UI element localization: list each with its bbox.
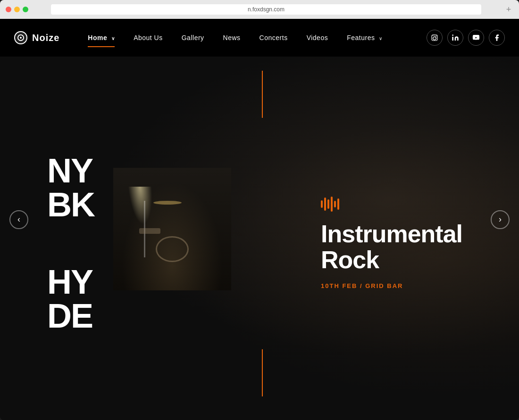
chevron-down-icon: ∨ — [111, 36, 115, 41]
cymbal-visual — [153, 201, 182, 205]
spotlight-visual — [128, 187, 155, 224]
address-bar[interactable]: n.foxdsgn.com — [51, 4, 481, 15]
nav-links: Home ∨ About Us Gallery News Concerts Vi… — [78, 29, 427, 46]
nav-item-gallery[interactable]: Gallery — [172, 29, 214, 46]
nav-item-about[interactable]: About Us — [124, 29, 172, 46]
wave-bar-1 — [321, 200, 323, 208]
chevron-down-icon-features: ∨ — [379, 36, 383, 41]
wave-bar-4 — [331, 197, 333, 212]
drum-stage — [130, 187, 215, 272]
browser-chrome: n.foxdsgn.com + — [0, 0, 519, 19]
new-tab-button[interactable]: + — [504, 5, 513, 14]
hero-date: 10TH FEB / GRID BAR — [321, 282, 472, 289]
instagram-icon[interactable] — [427, 30, 443, 46]
hero-right: Instrumental Rock 10TH FEB / GRID BAR — [274, 187, 472, 289]
minimize-button[interactable] — [14, 7, 20, 12]
traffic-lights — [6, 7, 28, 12]
carousel-prev-button[interactable]: ‹ — [9, 210, 28, 229]
wave-bar-5 — [334, 201, 336, 207]
logo[interactable]: Noize — [14, 31, 59, 44]
wave-bar-3 — [327, 199, 329, 209]
inner-image — [113, 168, 231, 290]
wave-bar-6 — [337, 198, 339, 210]
linkedin-icon[interactable] — [447, 30, 463, 46]
bass-drum-visual — [156, 236, 189, 262]
close-button[interactable] — [6, 7, 11, 12]
nav-item-features[interactable]: Features ∨ — [337, 29, 392, 46]
snare-visual — [139, 228, 160, 234]
site-wrapper: Noize Home ∨ About Us Gallery News Conce… — [0, 19, 519, 420]
nav-item-videos[interactable]: Videos — [297, 29, 338, 46]
logo-icon — [14, 31, 27, 44]
maximize-button[interactable] — [23, 7, 28, 12]
overlay-text-top: NYBK — [47, 154, 94, 222]
youtube-icon[interactable] — [468, 30, 484, 46]
facebook-icon[interactable] — [489, 30, 505, 46]
drum-kit-visual — [113, 168, 231, 290]
hero-left: NYBK — [47, 154, 274, 314]
nav-social — [427, 30, 505, 46]
hero-title: Instrumental Rock — [321, 221, 472, 272]
carousel-next-button[interactable]: › — [491, 210, 510, 229]
wave-bar-2 — [324, 198, 326, 211]
logo-text: Noize — [32, 33, 59, 43]
navbar: Noize Home ∨ About Us Gallery News Conce… — [0, 19, 519, 57]
audio-wave-icon — [321, 197, 472, 212]
nav-item-home[interactable]: Home ∨ — [78, 29, 124, 46]
overlay-text-bottom: HYDE — [47, 265, 92, 333]
hero-content: NYBK — [0, 57, 519, 420]
nav-item-news[interactable]: News — [214, 29, 250, 46]
nav-item-concerts[interactable]: Concerts — [250, 29, 297, 46]
